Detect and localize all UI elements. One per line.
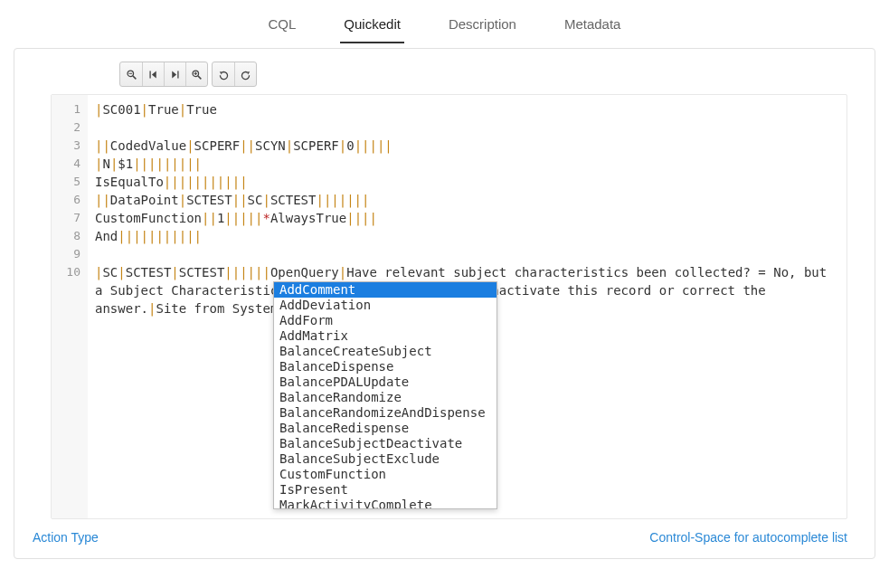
code-line[interactable]: IsEqualTo||||||||||| (95, 173, 839, 191)
toolbar (14, 49, 875, 94)
autocomplete-item[interactable]: AddDeviation (274, 298, 497, 313)
svg-line-6 (198, 76, 201, 79)
autocomplete-item[interactable]: BalanceSubjectExclude (274, 451, 497, 467)
code-line[interactable]: |N|$1||||||||| (95, 155, 839, 173)
line-number: 5 (62, 173, 80, 191)
tab-cql[interactable]: CQL (265, 9, 300, 43)
svg-rect-3 (149, 71, 150, 78)
status-context-label[interactable]: Action Type (33, 530, 99, 545)
tab-bar: CQLQuickeditDescriptionMetadata (0, 0, 889, 43)
line-number: 8 (62, 227, 80, 245)
code-line[interactable] (95, 119, 839, 137)
autocomplete-item[interactable]: MarkActivityComplete (274, 498, 497, 509)
autocomplete-item[interactable]: BalancePDALUpdate (274, 375, 497, 390)
autocomplete-item[interactable]: BalanceRandomize (274, 390, 497, 405)
toolbar-group-nav (119, 62, 208, 87)
undo-button[interactable] (213, 62, 234, 86)
code-line[interactable]: ||CodedValue|SCPERF||SCYN|SCPERF|0||||| (95, 137, 839, 155)
svg-line-1 (133, 76, 136, 79)
tab-description[interactable]: Description (445, 9, 520, 43)
last-match-button[interactable] (164, 62, 185, 86)
line-number: 1 (62, 100, 80, 119)
first-match-button[interactable] (142, 62, 164, 86)
autocomplete-item[interactable]: BalanceDispense (274, 359, 497, 375)
svg-rect-4 (177, 71, 178, 78)
line-number: 2 (62, 119, 80, 137)
status-bar: Action Type Control-Space for autocomple… (14, 519, 875, 545)
autocomplete-item[interactable]: BalanceCreateSubject (274, 344, 497, 359)
tab-metadata[interactable]: Metadata (561, 9, 625, 43)
status-hint: Control-Space for autocomplete list (649, 530, 847, 545)
code-line[interactable]: ||DataPoint|SCTEST||SC|SCTEST||||||| (95, 191, 839, 209)
toolbar-group-history (212, 62, 257, 87)
code-line[interactable]: |SC001|True|True (95, 100, 839, 119)
zoom-in-button[interactable] (185, 62, 207, 86)
tab-quickedit[interactable]: Quickedit (340, 9, 404, 43)
line-number: 6 (62, 191, 80, 209)
line-number-gutter: 12345678910 (52, 95, 88, 518)
line-number: 10 (62, 263, 80, 281)
autocomplete-popup[interactable]: AddCommentAddDeviationAddFormAddMatrixBa… (273, 281, 497, 509)
autocomplete-item[interactable]: AddComment (274, 282, 497, 298)
line-number: 4 (62, 155, 80, 173)
autocomplete-item[interactable]: BalanceRedispense (274, 421, 497, 436)
autocomplete-item[interactable]: AddForm (274, 313, 497, 328)
line-number: 7 (62, 209, 80, 227)
autocomplete-item[interactable]: CustomFunction (274, 467, 497, 482)
line-number: 3 (62, 137, 80, 155)
autocomplete-item[interactable]: BalanceSubjectDeactivate (274, 436, 497, 451)
autocomplete-item[interactable]: IsPresent (274, 482, 497, 498)
autocomplete-item[interactable]: BalanceRandomizeAndDispense (274, 405, 497, 421)
code-line[interactable]: And||||||||||| (95, 227, 839, 245)
zoom-out-button[interactable] (120, 62, 142, 86)
autocomplete-item[interactable]: AddMatrix (274, 328, 497, 344)
code-line[interactable]: CustomFunction||1|||||*AlwaysTrue|||| (95, 209, 839, 227)
redo-button[interactable] (234, 62, 256, 86)
line-number: 9 (62, 245, 80, 263)
code-line[interactable] (95, 245, 839, 263)
